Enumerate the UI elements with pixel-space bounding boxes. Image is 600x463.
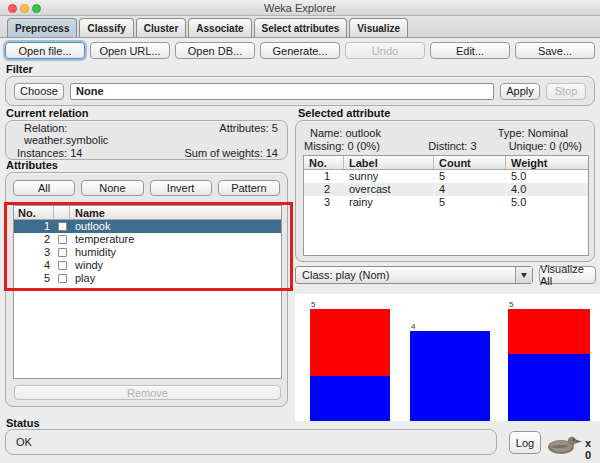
label-counts-header: No. Label Count Weight [304, 156, 588, 170]
histogram-bar-overcast: 4 [410, 322, 490, 421]
histogram-bar-sunny: 5 [310, 300, 390, 421]
log-button[interactable]: Log [509, 431, 541, 454]
remove-attribute-button: Remove [14, 385, 281, 400]
open-file-button[interactable]: Open file... [5, 42, 85, 59]
stat-missing: Missing: 0 (0%) [296, 140, 410, 152]
attribute-checkbox[interactable] [58, 248, 67, 257]
chevron-down-icon[interactable] [515, 267, 532, 283]
bar-segment-no [310, 309, 390, 376]
column-header-count: Count [434, 156, 506, 169]
tab-cluster[interactable]: Cluster [136, 18, 186, 37]
bar-segment-yes [410, 331, 490, 421]
tab-visualize[interactable]: Visualize [349, 18, 408, 37]
instances-count: Instances: 14 [6, 147, 147, 159]
stat-distinct: Distinct: 3 [410, 140, 494, 152]
status-message: OK [16, 436, 32, 448]
histogram-bar-rainy: 5 [508, 300, 590, 421]
filter-value-field[interactable]: None [70, 83, 494, 100]
bar-count-label: 5 [310, 300, 390, 309]
tab-associate[interactable]: Associate [188, 18, 251, 37]
bar-segment-yes [508, 354, 590, 421]
attributes-table-header: No. Name [14, 206, 281, 220]
bar-count-label: 5 [508, 300, 590, 309]
bar-segment-yes [310, 376, 390, 421]
attributes-panel: All None Invert Pattern No. Name 1 outlo… [5, 172, 288, 407]
column-header-no: No. [304, 156, 344, 169]
attribute-row-play[interactable]: 5 play [14, 272, 281, 285]
attribute-row-outlook[interactable]: 1 outlook [14, 220, 281, 233]
attributes-title: Attributes [6, 159, 58, 171]
stop-filter-button: Stop [546, 83, 586, 100]
attribute-histogram: 5 4 5 [295, 294, 600, 421]
pattern-button[interactable]: Pattern [218, 180, 280, 196]
tab-bar: Preprocess Classify Cluster Associate Se… [0, 16, 600, 38]
current-relation-title: Current relation [6, 107, 89, 119]
window-title: Weka Explorer [0, 2, 600, 14]
attributes-table: No. Name 1 outlook 2 temperature 3 humid… [13, 205, 282, 379]
status-panel: OK [5, 429, 497, 455]
attribute-checkbox[interactable] [58, 222, 67, 231]
selected-attribute-title: Selected attribute [298, 107, 390, 119]
tab-select-attributes[interactable]: Select attributes [254, 18, 348, 37]
sum-of-weights: Sum of weights: 14 [147, 147, 288, 159]
attribute-checkbox[interactable] [58, 274, 67, 283]
label-row-rainy[interactable]: 3 rainy 5 5.0 [304, 196, 588, 209]
undo-button: Undo [345, 42, 425, 59]
status-title: Status [6, 417, 40, 429]
bar-count-label: 4 [410, 322, 490, 331]
label-row-sunny[interactable]: 1 sunny 5 5.0 [304, 170, 588, 183]
titlebar: Weka Explorer [0, 0, 600, 16]
memory-usage: x 0 [585, 437, 600, 461]
attribute-row-windy[interactable]: 4 windy [14, 259, 281, 272]
attribute-row-temperature[interactable]: 2 temperature [14, 233, 281, 246]
tab-preprocess[interactable]: Preprocess [7, 18, 77, 37]
open-url-button[interactable]: Open URL... [90, 42, 170, 59]
select-none-button[interactable]: None [81, 180, 143, 196]
weka-explorer-window: Weka Explorer Preprocess Classify Cluste… [0, 0, 600, 463]
weka-bird-icon [546, 433, 583, 458]
column-header-name: Name [70, 206, 281, 219]
bar-segment-no [508, 309, 590, 354]
apply-filter-button[interactable]: Apply [500, 83, 540, 100]
attributes-count: Attributes: 5 [147, 122, 288, 146]
column-header-weight: Weight [506, 156, 588, 169]
select-all-button[interactable]: All [13, 180, 75, 196]
tab-classify[interactable]: Classify [79, 18, 133, 37]
stat-type: Type: Nominal [495, 127, 594, 139]
filter-title: Filter [6, 63, 33, 75]
class-selector-dropdown[interactable]: Class: play (Nom) [295, 266, 533, 284]
save-button[interactable]: Save... [515, 42, 595, 59]
column-header-no: No. [14, 206, 54, 219]
toolbar: Open file... Open URL... Open DB... Gene… [0, 42, 600, 59]
stat-name: Name: outlook [296, 127, 410, 139]
visualize-all-button[interactable]: Visualize All [539, 266, 596, 284]
attribute-checkbox[interactable] [58, 261, 67, 270]
stat-unique: Unique: 0 (0%) [495, 140, 594, 152]
invert-selection-button[interactable]: Invert [150, 180, 212, 196]
attribute-row-humidity[interactable]: 3 humidity [14, 246, 281, 259]
class-selector-value: Class: play (Nom) [296, 269, 515, 281]
open-db-button[interactable]: Open DB... [175, 42, 255, 59]
relation-name: Relation: weather.symbolic [6, 122, 147, 146]
selected-attribute-panel: Name: outlook Type: Nominal Missing: 0 (… [295, 120, 595, 262]
edit-button[interactable]: Edit... [430, 42, 510, 59]
choose-filter-button[interactable]: Choose [14, 83, 64, 100]
generate-button[interactable]: Generate... [260, 42, 340, 59]
label-row-overcast[interactable]: 2 overcast 4 4.0 [304, 183, 588, 196]
current-relation-panel: Relation: weather.symbolic Attributes: 5… [5, 120, 288, 160]
column-header-label: Label [344, 156, 434, 169]
selected-attribute-stats: Name: outlook Type: Nominal Missing: 0 (… [296, 127, 594, 152]
filter-panel: Choose None Apply Stop [5, 76, 595, 106]
label-counts-table: No. Label Count Weight 1 sunny 5 5.0 2 o… [303, 155, 589, 256]
attribute-checkbox[interactable] [58, 235, 67, 244]
column-header-checkbox [54, 206, 70, 219]
